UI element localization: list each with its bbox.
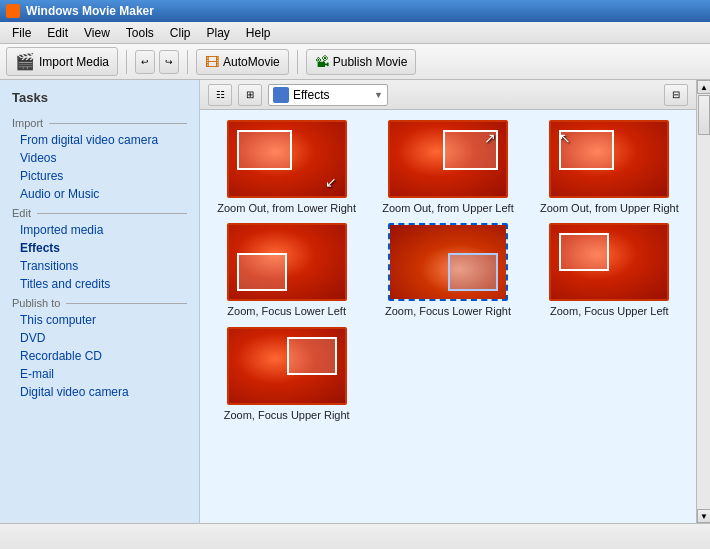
publish-icon: 📽	[315, 54, 329, 70]
title-bar: Windows Movie Maker	[0, 0, 710, 22]
effect-label-0: Zoom Out, from Lower Right	[217, 201, 356, 215]
tasks-title: Tasks	[0, 86, 199, 113]
menu-file[interactable]: File	[4, 24, 39, 42]
toolbar-separator-2	[187, 50, 188, 74]
app-icon	[6, 4, 20, 18]
import-section-header: Import	[0, 113, 199, 131]
undo-button[interactable]: ↩	[135, 50, 155, 74]
effect-thumb-4	[388, 223, 508, 301]
main-content: Tasks Import From digital video camera V…	[0, 80, 710, 523]
toolbar-separator-3	[297, 50, 298, 74]
arrow-0: ↙	[325, 174, 337, 190]
sidebar-item-audio-or-music[interactable]: Audio or Music	[0, 185, 199, 203]
app-title: Windows Movie Maker	[26, 4, 154, 18]
inset-box-6	[287, 337, 337, 375]
effect-item-zoom-out-upper-left[interactable]: ↗ Zoom Out, from Upper Left	[371, 120, 524, 215]
view-thumbnails-button[interactable]: ⊞	[238, 84, 262, 106]
publish-to-section-header: Publish to	[0, 293, 199, 311]
effect-label-5: Zoom, Focus Upper Left	[550, 304, 669, 318]
scroll-thumb[interactable]	[698, 95, 710, 135]
sidebar-item-digital-video-camera[interactable]: Digital video camera	[0, 383, 199, 401]
tasks-panel: Tasks Import From digital video camera V…	[0, 80, 200, 523]
status-bar	[0, 523, 710, 549]
menu-bar: File Edit View Tools Clip Play Help	[0, 22, 710, 44]
effect-item-zoom-focus-lower-left[interactable]: Zoom, Focus Lower Left	[210, 223, 363, 318]
effects-dropdown[interactable]: Effects ▼	[268, 84, 388, 106]
edit-section-header: Edit	[0, 203, 199, 221]
effects-area: ☷ ⊞ Effects ▼ ⊟ ↙ Zoom Out, from Lower R…	[200, 80, 696, 523]
view-details-button[interactable]: ☷	[208, 84, 232, 106]
redo-button[interactable]: ↪	[159, 50, 179, 74]
publish-movie-button[interactable]: 📽 Publish Movie	[306, 49, 417, 75]
sidebar-item-effects[interactable]: Effects	[0, 239, 199, 257]
effects-dropdown-label: Effects	[293, 88, 329, 102]
inset-box-5	[559, 233, 609, 271]
toolbar: 🎬 Import Media ↩ ↪ 🎞 AutoMovie 📽 Publish…	[0, 44, 710, 80]
scroll-down-button[interactable]: ▼	[697, 509, 710, 523]
import-icon: 🎬	[15, 52, 35, 71]
sidebar-item-this-computer[interactable]: This computer	[0, 311, 199, 329]
effect-thumb-2: ↖	[549, 120, 669, 198]
sidebar-item-from-digital-video[interactable]: From digital video camera	[0, 131, 199, 149]
arrow-1: ↗	[484, 130, 496, 146]
sidebar-item-titles-and-credits[interactable]: Titles and credits	[0, 275, 199, 293]
effects-options-button[interactable]: ⊟	[664, 84, 688, 106]
effects-grid: ↙ Zoom Out, from Lower Right ↗ Zoom Out,…	[200, 110, 696, 523]
dropdown-arrow-icon: ▼	[374, 90, 383, 100]
effect-item-zoom-out-upper-right[interactable]: ↖ Zoom Out, from Upper Right	[533, 120, 686, 215]
inset-box-3	[237, 253, 287, 291]
scrollbar: ▲ ▼	[696, 80, 710, 523]
automovie-button[interactable]: 🎞 AutoMovie	[196, 49, 289, 75]
automovie-label: AutoMovie	[223, 55, 280, 69]
effect-label-6: Zoom, Focus Upper Right	[224, 408, 350, 422]
effect-thumb-5	[549, 223, 669, 301]
effect-thumb-1: ↗	[388, 120, 508, 198]
scroll-track	[697, 94, 710, 509]
inset-box-4	[448, 253, 498, 291]
effect-thumb-6	[227, 327, 347, 405]
scroll-up-button[interactable]: ▲	[697, 80, 710, 94]
effect-item-zoom-focus-upper-right[interactable]: Zoom, Focus Upper Right	[210, 327, 363, 422]
sidebar-item-email[interactable]: E-mail	[0, 365, 199, 383]
menu-play[interactable]: Play	[199, 24, 238, 42]
menu-view[interactable]: View	[76, 24, 118, 42]
sidebar-item-transitions[interactable]: Transitions	[0, 257, 199, 275]
toolbar-separator-1	[126, 50, 127, 74]
sidebar-item-dvd[interactable]: DVD	[0, 329, 199, 347]
effect-item-zoom-focus-lower-right[interactable]: Zoom, Focus Lower Right	[371, 223, 524, 318]
menu-tools[interactable]: Tools	[118, 24, 162, 42]
effect-thumb-0: ↙	[227, 120, 347, 198]
menu-edit[interactable]: Edit	[39, 24, 76, 42]
effect-label-1: Zoom Out, from Upper Left	[382, 201, 513, 215]
menu-clip[interactable]: Clip	[162, 24, 199, 42]
inset-box-0	[237, 130, 292, 170]
effect-label-2: Zoom Out, from Upper Right	[540, 201, 679, 215]
arrow-2: ↖	[559, 130, 571, 146]
effects-dropdown-icon	[273, 87, 289, 103]
automovie-icon: 🎞	[205, 54, 219, 70]
effect-thumb-3	[227, 223, 347, 301]
menu-help[interactable]: Help	[238, 24, 279, 42]
sidebar-item-pictures[interactable]: Pictures	[0, 167, 199, 185]
publish-movie-label: Publish Movie	[333, 55, 408, 69]
sidebar-item-recordable-cd[interactable]: Recordable CD	[0, 347, 199, 365]
sidebar-item-imported-media[interactable]: Imported media	[0, 221, 199, 239]
effect-label-3: Zoom, Focus Lower Left	[227, 304, 346, 318]
effect-item-zoom-out-lower-right[interactable]: ↙ Zoom Out, from Lower Right	[210, 120, 363, 215]
sidebar-item-videos[interactable]: Videos	[0, 149, 199, 167]
import-media-label: Import Media	[39, 55, 109, 69]
effect-item-zoom-focus-upper-left[interactable]: Zoom, Focus Upper Left	[533, 223, 686, 318]
effects-toolbar: ☷ ⊞ Effects ▼ ⊟	[200, 80, 696, 110]
import-media-button[interactable]: 🎬 Import Media	[6, 47, 118, 76]
effect-label-4: Zoom, Focus Lower Right	[385, 304, 511, 318]
